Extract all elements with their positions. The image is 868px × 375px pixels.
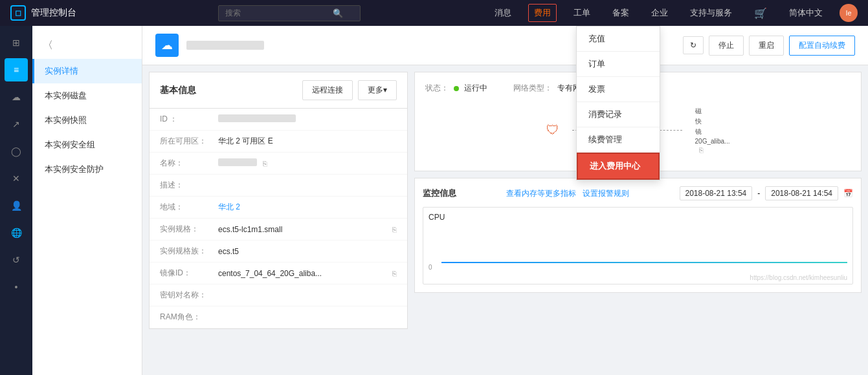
sidebar-x-icon[interactable]: ✕ bbox=[5, 167, 28, 190]
name-label: 名称： bbox=[160, 158, 218, 169]
logo-icon: ◻ bbox=[10, 5, 26, 21]
sidebar-dot-icon[interactable]: • bbox=[5, 275, 28, 299]
info-row-ram: RAM角色： bbox=[150, 306, 407, 328]
logo-text: 管理控制台 bbox=[31, 7, 76, 19]
image-copy-icon[interactable]: ⎘ bbox=[392, 270, 397, 277]
remote-connect-button[interactable]: 远程连接 bbox=[302, 80, 353, 100]
name-value: ⎘ bbox=[218, 158, 397, 168]
calendar-icon[interactable]: 📅 bbox=[843, 189, 853, 198]
date-end[interactable]: 2018-08-21 14:54 bbox=[765, 186, 838, 200]
sidebar-grid-icon[interactable]: ⊞ bbox=[5, 31, 28, 54]
sidebar-menu-icon[interactable]: ≡ bbox=[5, 58, 28, 81]
family-label: 实例规格族： bbox=[160, 246, 218, 257]
dropdown-billing-center[interactable]: 进入费用中心 bbox=[577, 153, 660, 180]
dropdown-recharge[interactable]: 充值 bbox=[577, 27, 660, 52]
info-row-region: 地域： 华北 2 bbox=[150, 197, 407, 219]
nav-enterprise[interactable]: 企业 bbox=[646, 5, 673, 21]
left-sidebar: ⊞ ≡ ☁ ↗ ◯ ✕ 👤 🌐 ↺ • bbox=[0, 26, 32, 375]
desc-label: 描述： bbox=[160, 180, 218, 191]
info-panel: 基本信息 远程连接 更多▾ ID ： 所在可用区： 华北 2 可用区 E bbox=[149, 72, 408, 329]
type-copy-icon[interactable]: ⎘ bbox=[392, 226, 397, 233]
sidebar-user-icon[interactable]: 👤 bbox=[5, 194, 28, 217]
storage-copy-icon[interactable]: ⎘ bbox=[699, 146, 730, 154]
region-value[interactable]: 华北 2 bbox=[218, 202, 397, 213]
nav-panel: 〈 实例详情 本实例磁盘 本实例快照 本实例安全组 本实例安全防护 bbox=[32, 26, 142, 375]
storage-tag: 20G_aliba... bbox=[695, 138, 730, 145]
nav-messages[interactable]: 消息 bbox=[489, 5, 517, 21]
keypair-label: 密钥对名称： bbox=[160, 290, 218, 301]
info-row-image: 镜像ID： centos_7_04_64_20G_aliba... ⎘ bbox=[150, 262, 407, 284]
nav-items: 消息 费用 工单 备案 企业 支持与服务 🛒 简体中文 Ie bbox=[489, 4, 858, 22]
chart-line bbox=[441, 262, 847, 263]
zone-value: 华北 2 可用区 E bbox=[218, 136, 397, 147]
status-dot bbox=[454, 86, 459, 91]
sidebar-cloud-icon[interactable]: ☁ bbox=[5, 85, 28, 109]
ram-label: RAM角色： bbox=[160, 312, 218, 323]
info-row-desc: 描述： bbox=[150, 175, 407, 197]
restart-button[interactable]: 重启 bbox=[749, 36, 784, 56]
auto-renew-button[interactable]: 配置自动续费 bbox=[789, 36, 855, 56]
nav-ticket[interactable]: 工单 bbox=[568, 5, 595, 21]
nav-panel-security-protection[interactable]: 本实例安全防护 bbox=[32, 157, 142, 182]
info-row-family: 实例规格族： ecs.t5 bbox=[150, 241, 407, 262]
diagram-item-shield: 🛡 bbox=[546, 123, 559, 138]
main-layout: ⊞ ≡ ☁ ↗ ◯ ✕ 👤 🌐 ↺ • 〈 实例详情 本实例磁盘 本实例快照 本… bbox=[0, 26, 868, 375]
sidebar-arrow-icon[interactable]: ↗ bbox=[5, 112, 28, 136]
dropdown-expense-records[interactable]: 消费记录 bbox=[577, 102, 660, 127]
disk-tag: 磁 bbox=[695, 107, 730, 116]
dropdown-invoice[interactable]: 发票 bbox=[577, 77, 660, 102]
sidebar-refresh-icon[interactable]: ↺ bbox=[5, 248, 28, 272]
info-row-keypair: 密钥对名称： bbox=[150, 284, 407, 306]
dropdown-renewal[interactable]: 续费管理 bbox=[577, 127, 660, 153]
sidebar-circle-icon[interactable]: ◯ bbox=[5, 140, 28, 163]
type-value: ecs.t5-lc1m1.small bbox=[218, 225, 388, 234]
nav-support[interactable]: 支持与服务 bbox=[685, 5, 737, 21]
stop-button[interactable]: 停止 bbox=[709, 36, 744, 56]
instance-name-placeholder bbox=[186, 41, 264, 50]
info-panel-title: 基本信息 bbox=[160, 85, 196, 96]
date-range: 2018-08-21 13:54 - 2018-08-21 14:54 📅 bbox=[680, 186, 854, 200]
nav-panel-snapshot[interactable]: 本实例快照 bbox=[32, 108, 142, 133]
region-label: 地域： bbox=[160, 202, 218, 213]
monitor-link-more-metrics[interactable]: 查看内存等更多指标 bbox=[506, 188, 576, 199]
monitor-header: 监控信息 查看内存等更多指标 设置报警规则 2018-08-21 13:54 -… bbox=[423, 186, 853, 200]
zone-label: 所在可用区： bbox=[160, 136, 218, 147]
nav-panel-instance-detail[interactable]: 实例详情 bbox=[32, 59, 142, 83]
family-value: ecs.t5 bbox=[218, 247, 397, 256]
nav-language[interactable]: 简体中文 bbox=[784, 5, 828, 21]
nav-panel-disk[interactable]: 本实例磁盘 bbox=[32, 83, 142, 108]
chart-zero-label: 0 bbox=[428, 264, 432, 271]
info-row-name: 名称： ⎘ bbox=[150, 153, 407, 175]
header-actions: ↻ 停止 重启 配置自动续费 bbox=[683, 36, 855, 56]
snapshot-tag: 快 bbox=[695, 117, 730, 126]
cpu-label: CPU bbox=[428, 213, 847, 222]
nav-billing[interactable]: 费用 bbox=[528, 4, 557, 22]
billing-dropdown-menu: 充值 订单 发票 消费记录 续费管理 进入费用中心 bbox=[576, 26, 660, 180]
monitor-link-set-alarm[interactable]: 设置报警规则 bbox=[583, 188, 629, 199]
nav-panel-security-group[interactable]: 本实例安全组 bbox=[32, 133, 142, 157]
more-button[interactable]: 更多▾ bbox=[358, 80, 397, 100]
cpu-chart: CPU 0 https://blog.csdn.net/kimheesunliu bbox=[423, 207, 853, 284]
nav-panel-back-button[interactable]: 〈 bbox=[32, 32, 142, 59]
nav-cart[interactable]: 🛒 bbox=[749, 5, 772, 22]
date-separator: - bbox=[757, 189, 760, 198]
info-panel-header: 基本信息 远程连接 更多▾ bbox=[150, 72, 407, 109]
image-label: 镜像ID： bbox=[160, 268, 218, 279]
search-icon: 🔍 bbox=[333, 8, 343, 18]
nav-avatar[interactable]: Ie bbox=[840, 4, 858, 22]
search-input[interactable] bbox=[225, 8, 329, 17]
refresh-button[interactable]: ↻ bbox=[683, 36, 704, 54]
status-value: 运行中 bbox=[464, 83, 487, 94]
nav-icp[interactable]: 备案 bbox=[607, 5, 634, 21]
date-start[interactable]: 2018-08-21 13:54 bbox=[680, 186, 753, 200]
id-value bbox=[218, 114, 397, 124]
sidebar-globe-icon[interactable]: 🌐 bbox=[5, 221, 28, 244]
name-copy-icon[interactable]: ⎘ bbox=[263, 160, 267, 167]
monitor-links: 查看内存等更多指标 设置报警规则 bbox=[506, 188, 629, 199]
network-type-label: 网络类型： bbox=[513, 83, 552, 94]
info-row-zone: 所在可用区： 华北 2 可用区 E bbox=[150, 131, 407, 153]
status-item-running: 状态： 运行中 bbox=[425, 83, 487, 94]
dropdown-orders[interactable]: 订单 bbox=[577, 52, 660, 77]
info-row-id: ID ： bbox=[150, 109, 407, 131]
search-box[interactable]: 🔍 bbox=[218, 5, 361, 21]
